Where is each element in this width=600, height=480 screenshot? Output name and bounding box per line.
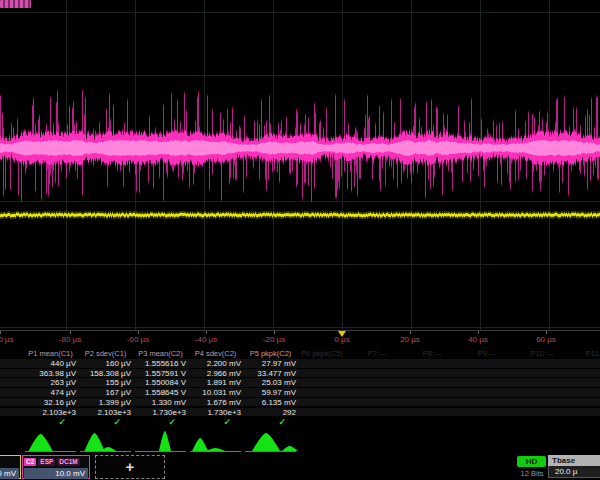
parameter-header-disabled[interactable]: P6 pkpk(C5) [301,348,343,359]
add-trace-button[interactable]: + [95,455,165,479]
parameter-value: 474 µV [23,388,78,398]
c2-coupling-tag: DC1M [57,458,79,466]
axis-tick [138,331,139,334]
axis-tick [274,331,275,334]
parameter-value: 158.308 µV [78,369,133,379]
axis-tick-label: -100 µs [0,335,13,344]
parameter-value: 1.730e+3 [188,408,243,418]
parameter-value: 292 [243,408,298,418]
parameter-column: P4 sdev(C2)2.200 mV2.966 mV1.891 mV10.03… [188,348,243,428]
parameter-value: 2.103e+3 [23,408,78,418]
parameter-value: 1.676 mV [188,398,243,408]
parameter-value: 1.891 mV [188,378,243,388]
parameter-histicons [0,428,600,455]
axis-tick-label: 40 µs [468,335,488,344]
axis-tick-label: 20 µs [400,335,420,344]
c1-vertical-scale: 10.0 mV [0,468,19,479]
parameter-column: P5 pkpk(C2)27.97 mV33.477 mV25.03 mV59.9… [243,348,298,428]
parameter-value: 10.031 mV [188,388,243,398]
channel-c1-descriptor[interactable]: C1 DC1M 10.0 mV [0,455,21,479]
parameter-value: 2.966 mV [188,369,243,379]
parameter-header-disabled[interactable]: P10:--- [531,348,554,359]
parameter-value: 263 µV [23,378,78,388]
parameter-value: 1.730e+3 [133,408,188,418]
parameter-column: P2 sdev(C1)160 µV158.308 µV155 µV167 µV1… [78,348,133,428]
parameter-value: 2.200 mV [188,359,243,369]
parameter-header[interactable]: P5 pkpk(C2) [243,348,298,359]
c2-vertical-scale: 10.0 mV [24,468,88,479]
hd-mode-badge[interactable]: HD [517,456,546,467]
axis-tick-label: -40 µs [195,335,217,344]
measurement-table: P1 mean(C1)440 µV363.98 µV263 µV474 µV32… [0,348,600,428]
parameter-header[interactable]: P2 sdev(C1) [78,348,133,359]
parameter-value: 155 µV [78,378,133,388]
axis-tick [478,331,479,334]
c2-label: C2 [24,458,36,466]
parameter-value: 27.97 mV [243,359,298,369]
parameter-value: 1.555616 V [133,359,188,369]
annotation-badge [0,0,31,8]
parameter-value: 33.477 mV [243,369,298,379]
time-axis: -100 µs-80 µs-60 µs-40 µs-20 µs0 µs20 µs… [0,331,600,348]
axis-tick-label: -80 µs [59,335,81,344]
parameter-header-disabled[interactable]: P11:--- [586,348,600,359]
axis-tick [0,331,1,334]
parameter-status-check: ✓ [243,417,298,428]
parameter-header-disabled[interactable]: P7:--- [368,348,387,359]
channel-c2-descriptor[interactable]: C2 ESP DC1M 10.0 mV [22,455,90,479]
parameter-value: 167 µV [78,388,133,398]
parameter-value: 1.558645 V [133,388,188,398]
parameter-column: P1 mean(C1)440 µV363.98 µV263 µV474 µV32… [23,348,78,428]
parameter-status-check: ✓ [78,417,133,428]
parameter-column: P3 mean(C2)1.555616 V1.557591 V1.550084 … [133,348,188,428]
parameter-value: 1.557591 V [133,369,188,379]
parameter-value: 1.550084 V [133,378,188,388]
axis-tick [70,331,71,334]
axis-tick [410,331,411,334]
timebase-value: 20.0 µ [548,466,600,478]
parameter-value: 2.103e+3 [78,408,133,418]
timebase-title: Tbase [548,455,600,466]
oscilloscope-screen: -100 µs-80 µs-60 µs-40 µs-20 µs0 µs20 µs… [0,0,600,480]
parameter-value: 32.16 µV [23,398,78,408]
parameter-header[interactable]: P1 mean(C1) [23,348,78,359]
axis-tick-label: -60 µs [127,335,149,344]
parameter-value: 160 µV [78,359,133,369]
hd-bits-label: 12 Bits [513,469,551,478]
parameter-header[interactable]: P3 mean(C2) [133,348,188,359]
parameter-value: 25.03 mV [243,378,298,388]
parameter-value: 6.135 mV [243,398,298,408]
parameter-status-check: ✓ [23,417,78,428]
parameter-value: 1.330 mV [133,398,188,408]
parameter-header-disabled[interactable]: P9:--- [478,348,497,359]
trigger-position-marker[interactable] [338,331,346,337]
parameter-status-check: ✓ [188,417,243,428]
parameter-value: 440 µV [23,359,78,369]
waveform-display[interactable] [0,0,600,330]
axis-tick-label: 60 µs [536,335,556,344]
c2-esp-tag: ESP [38,458,55,466]
axis-tick [206,331,207,334]
axis-tick [546,331,547,334]
parameter-header[interactable]: P4 sdev(C2) [188,348,243,359]
parameter-value: 1.399 µV [78,398,133,408]
timebase-descriptor[interactable]: Tbase 20.0 µ [548,455,600,479]
parameter-value: 363.98 µV [23,369,78,379]
parameter-status-check: ✓ [133,417,188,428]
parameter-value: 59.97 mV [243,388,298,398]
axis-tick-label: -20 µs [263,335,285,344]
parameter-header-disabled[interactable]: P8:--- [423,348,442,359]
